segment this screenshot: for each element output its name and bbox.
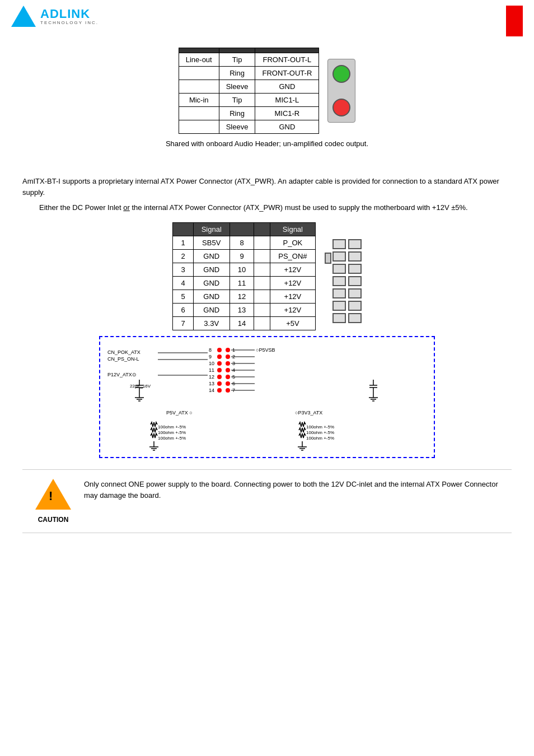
pin1: 4 <box>173 276 193 290</box>
svg-point-20 <box>226 388 230 393</box>
svg-text:○P3V3_ATX: ○P3V3_ATX <box>295 410 322 416</box>
caution-section: CAUTION Only connect ONE power supply to… <box>22 469 512 533</box>
audio-position: Ring <box>219 67 255 80</box>
audio-position: Tip <box>219 53 255 67</box>
table-row: 5 GND 12 +12V <box>173 290 315 303</box>
pin-block <box>332 301 346 311</box>
sig2v: +12V <box>270 276 315 290</box>
table-row: 1 SB5V 8 P_OK <box>173 236 315 249</box>
pin-row <box>332 313 362 323</box>
sig2 <box>254 316 270 330</box>
sig2 <box>254 276 270 290</box>
sig-col-h2: Signal <box>193 222 229 236</box>
sig2v: +12V <box>270 290 315 303</box>
pin1: 6 <box>173 303 193 316</box>
sig1: GND <box>193 303 229 316</box>
audio-position: Sleeve <box>219 80 255 94</box>
pin-dots-right <box>226 348 230 393</box>
audio-circle-green <box>332 65 350 83</box>
pin-block <box>348 264 362 274</box>
pin-block <box>348 288 362 298</box>
sig2v: PS_ON# <box>270 249 315 263</box>
audio-table-wrap: Line-out Tip FRONT-OUT-L Ring FRONT-OUT-… <box>179 48 356 134</box>
atx-description: AmITX-BT-I supports a proprietary intern… <box>22 176 512 198</box>
audio-label <box>179 120 219 134</box>
pin-row <box>332 288 362 298</box>
logo-adlink-text: ADLINK <box>40 8 99 20</box>
svg-text:8: 8 <box>209 347 212 353</box>
logo-text: ADLINK TECHNOLOGY INC. <box>40 8 99 25</box>
sig1: GND <box>193 276 229 290</box>
sig-col-h5: Signal <box>270 222 315 236</box>
pin-row <box>332 276 362 286</box>
svg-text:100ohm +-5%: 100ohm +-5% <box>158 436 186 441</box>
pin1: 2 <box>173 249 193 263</box>
svg-point-13 <box>217 388 222 393</box>
caution-icon-wrap: CAUTION <box>34 479 73 524</box>
pin-row <box>332 264 362 274</box>
audio-label <box>179 67 219 80</box>
svg-point-19 <box>226 381 230 386</box>
svg-text:14: 14 <box>209 388 214 393</box>
svg-point-12 <box>217 381 222 386</box>
table-row: 3 GND 10 +12V <box>173 263 315 276</box>
table-row: Line-out Tip FRONT-OUT-L <box>179 53 319 67</box>
audio-circle-red <box>332 99 350 116</box>
pin1: 7 <box>173 316 193 330</box>
pin1: 5 <box>173 290 193 303</box>
svg-text:9: 9 <box>209 354 212 360</box>
pin1: 3 <box>173 263 193 276</box>
svg-point-8 <box>217 354 222 359</box>
svg-text:100ohm +-5%: 100ohm +-5% <box>158 430 186 435</box>
audio-signal: GND <box>255 80 319 94</box>
pin-row <box>332 239 362 249</box>
audio-section: Line-out Tip FRONT-OUT-L Ring FRONT-OUT-… <box>22 48 512 134</box>
table-row: Ring MIC1-R <box>179 107 319 120</box>
pin-block <box>332 264 346 274</box>
svg-point-11 <box>217 375 222 379</box>
pin-row <box>332 251 362 262</box>
audio-col-h2 <box>219 48 255 53</box>
audio-label: Line-out <box>179 53 219 67</box>
sig2 <box>254 303 270 316</box>
svg-point-17 <box>226 368 230 372</box>
svg-text:P5V_ATX ○: P5V_ATX ○ <box>166 410 193 416</box>
sig2v: +12V <box>270 303 315 316</box>
audio-label: Mic-in <box>179 94 219 107</box>
circuit-label-cn-ps: CN_PS_ON-L <box>107 356 139 362</box>
pin2: 10 <box>229 263 254 276</box>
pin-block <box>348 301 362 311</box>
audio-table: Line-out Tip FRONT-OUT-L Ring FRONT-OUT-… <box>179 48 320 134</box>
audio-col-h3 <box>255 48 319 53</box>
table-row: Mic-in Tip MIC1-L <box>179 94 319 107</box>
table-row: 7 3.3V 14 +5V <box>173 316 315 330</box>
logo-subtitle-text: TECHNOLOGY INC. <box>40 20 99 25</box>
audio-signal: FRONT-OUT-L <box>255 53 319 67</box>
sig1: GND <box>193 249 229 263</box>
pin-block <box>332 288 346 298</box>
pin-block <box>348 313 362 323</box>
atx-content: Signal Signal 1 SB5V 8 P_OK <box>22 222 512 330</box>
svg-point-18 <box>226 375 230 379</box>
header: ADLINK TECHNOLOGY INC. <box>0 0 534 36</box>
svg-text:11: 11 <box>209 367 214 373</box>
svg-point-14 <box>226 348 230 352</box>
pin-block <box>332 313 346 323</box>
caution-label: CAUTION <box>38 516 69 524</box>
audio-label <box>179 107 219 120</box>
pin2: 8 <box>229 236 254 249</box>
audio-signal: GND <box>255 120 319 134</box>
audio-signal: MIC1-R <box>255 107 319 120</box>
sig-col-h1 <box>173 222 193 236</box>
circuit-svg: CN_POK_ATX CN_PS_ON-L P12V_ATX⊙ 8 9 10 1… <box>105 342 429 451</box>
svg-text:10: 10 <box>209 361 214 366</box>
caution-triangle-icon <box>35 479 71 510</box>
sig2 <box>254 290 270 303</box>
table-row: 4 GND 11 +12V <box>173 276 315 290</box>
table-row: 6 GND 13 +12V <box>173 303 315 316</box>
sig1: GND <box>193 263 229 276</box>
logo-triangle-icon <box>11 6 36 27</box>
main-content: Line-out Tip FRONT-OUT-L Ring FRONT-OUT-… <box>0 36 534 544</box>
sig2v: P_OK <box>270 236 315 249</box>
table-row: 2 GND 9 PS_ON# <box>173 249 315 263</box>
